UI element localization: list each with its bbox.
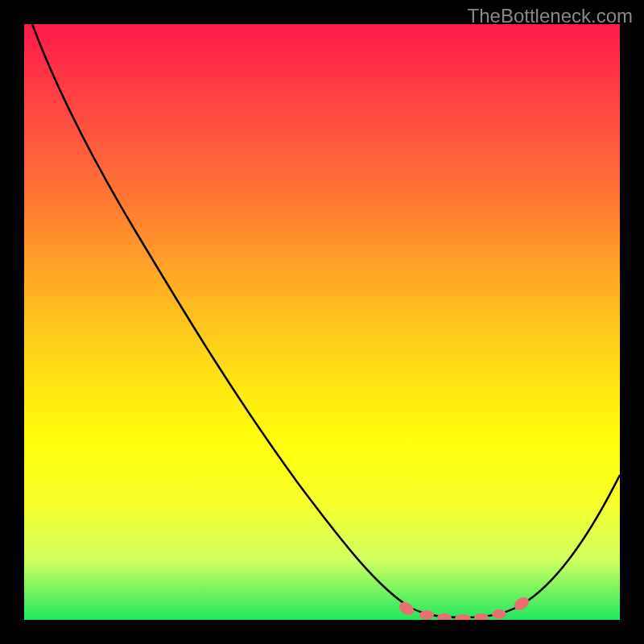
svg-point-4 [474, 613, 489, 620]
chart-container: TheBottleneck.com [0, 0, 644, 644]
bottleneck-curve [32, 24, 620, 617]
watermark-text: TheBottleneck.com [468, 5, 633, 27]
svg-point-0 [397, 600, 416, 618]
plot-area [24, 24, 620, 620]
svg-point-5 [492, 609, 506, 619]
curve-svg [24, 24, 620, 620]
highlight-markers [397, 595, 531, 620]
svg-point-3 [455, 614, 471, 620]
svg-point-6 [512, 595, 531, 613]
svg-point-2 [437, 613, 452, 620]
svg-point-1 [419, 610, 434, 620]
